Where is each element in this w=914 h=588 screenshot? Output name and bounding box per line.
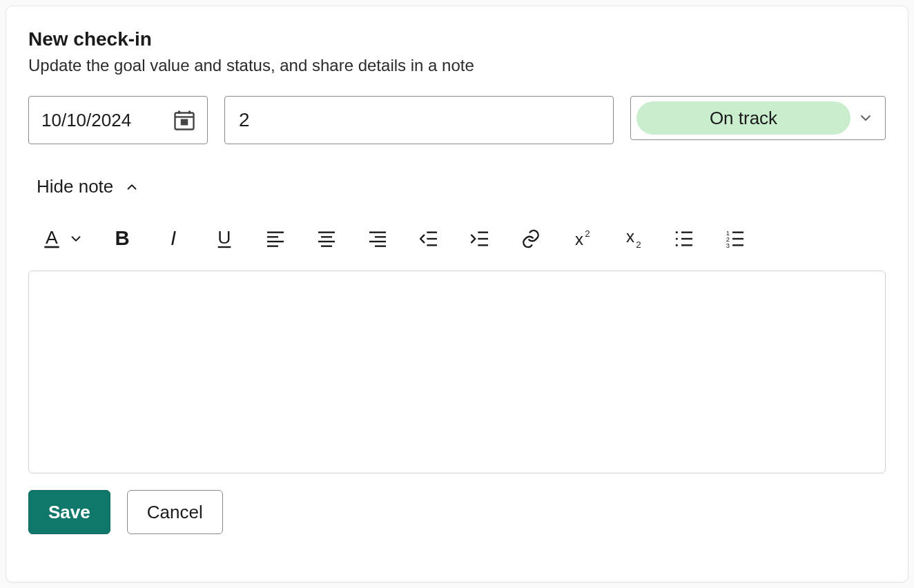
calendar-icon[interactable]: [170, 106, 199, 135]
hide-note-toggle[interactable]: Hide note: [28, 170, 148, 203]
svg-text:B: B: [115, 228, 129, 249]
dialog-subtitle: Update the goal value and status, and sh…: [28, 56, 886, 75]
italic-button[interactable]: I: [161, 226, 186, 251]
svg-point-35: [676, 237, 678, 239]
bullet-list-button[interactable]: [672, 226, 697, 251]
svg-text:x: x: [575, 230, 583, 248]
svg-text:A: A: [46, 228, 58, 248]
value-input[interactable]: [239, 109, 599, 131]
svg-point-33: [676, 231, 678, 233]
superscript-button[interactable]: x 2: [570, 226, 594, 251]
font-color-button[interactable]: A: [39, 226, 64, 251]
status-pill: On track: [636, 101, 850, 135]
status-dropdown[interactable]: On track: [630, 96, 886, 140]
numbered-list-button[interactable]: 1 2 3: [723, 226, 748, 251]
link-button[interactable]: [518, 226, 543, 251]
date-input[interactable]: 10/10/2024: [28, 96, 208, 144]
save-button[interactable]: Save: [28, 490, 110, 534]
svg-rect-1: [181, 119, 188, 126]
dialog-title: New check-in: [28, 28, 886, 50]
align-left-button[interactable]: [263, 226, 288, 251]
hide-note-label: Hide note: [37, 176, 113, 197]
bold-button[interactable]: B: [110, 226, 135, 251]
increase-indent-button[interactable]: [467, 226, 492, 251]
status-label: On track: [710, 108, 777, 129]
editor-toolbar: A B I U: [28, 226, 886, 271]
align-center-button[interactable]: [314, 226, 339, 251]
svg-point-37: [676, 244, 678, 246]
input-row: 10/10/2024 On track: [28, 96, 886, 144]
align-right-button[interactable]: [365, 226, 390, 251]
svg-text:I: I: [171, 228, 176, 249]
font-color-dropdown-icon[interactable]: [68, 226, 84, 251]
subscript-button[interactable]: x 2: [621, 226, 645, 251]
new-checkin-card: New check-in Update the goal value and s…: [6, 6, 908, 582]
underline-button[interactable]: U: [212, 226, 237, 251]
date-value: 10/10/2024: [41, 110, 131, 131]
chevron-up-icon: [124, 179, 139, 195]
action-buttons: Save Cancel: [28, 490, 886, 534]
value-input-wrapper: [224, 96, 614, 144]
note-editor[interactable]: [28, 271, 886, 473]
decrease-indent-button[interactable]: [416, 226, 441, 251]
svg-text:3: 3: [726, 242, 730, 249]
svg-text:2: 2: [636, 239, 641, 250]
svg-text:x: x: [626, 228, 634, 246]
chevron-down-icon: [856, 108, 875, 128]
svg-text:2: 2: [585, 228, 590, 239]
svg-text:U: U: [217, 228, 231, 248]
cancel-button[interactable]: Cancel: [127, 490, 223, 534]
